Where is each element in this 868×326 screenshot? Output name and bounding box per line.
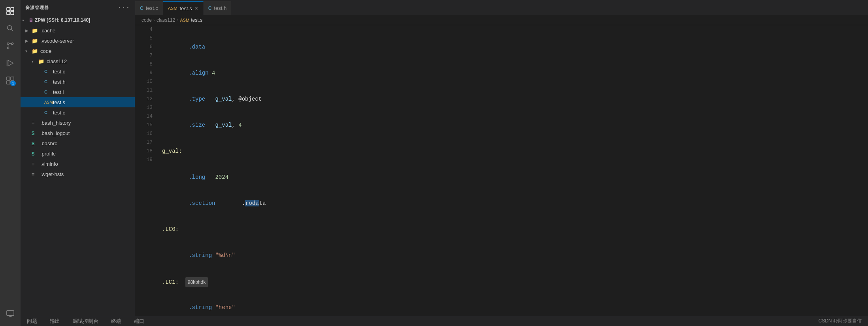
- profile-label: .profile: [40, 151, 135, 157]
- svg-line-5: [11, 29, 13, 31]
- c-file-icon-i: C: [44, 90, 51, 94]
- cache-icon: 📁: [32, 28, 39, 34]
- sidebar-item-test-s[interactable]: ASM test.s: [21, 97, 135, 107]
- sidebar-item-profile[interactable]: $ .profile: [21, 148, 135, 159]
- panel-tab-problems[interactable]: 问题: [21, 316, 43, 326]
- breadcrumb-file[interactable]: test.s: [191, 17, 202, 23]
- line-num-19: 19: [142, 156, 153, 164]
- tooltip-popup: 98kbhdk: [185, 277, 208, 287]
- code-icon: 📁: [32, 48, 39, 54]
- vscode-server-icon: 📁: [32, 38, 39, 44]
- c-file-icon-2: C: [44, 110, 51, 115]
- code-line-13: .LC1: 98kbhdk: [162, 277, 868, 286]
- status-right-text: CSDN @阿弥要自信: [818, 318, 868, 324]
- breadcrumb-class112[interactable]: class112: [157, 17, 175, 23]
- panel-tab-ports[interactable]: 端口: [128, 316, 151, 326]
- test-c-2-label: test.c: [53, 110, 135, 116]
- panel-tab-debug-console[interactable]: 调试控制台: [66, 316, 105, 326]
- activity-icon-run[interactable]: [2, 55, 18, 71]
- breadcrumb-sep-1: ›: [153, 17, 155, 23]
- code-arrow: ▾: [25, 49, 32, 53]
- bash-logout-label: .bash_logout: [40, 130, 135, 136]
- activity-icon-git[interactable]: [2, 38, 18, 54]
- svg-rect-2: [7, 11, 10, 15]
- test-s-label: test.s: [53, 99, 135, 105]
- sidebar-item-bashrc[interactable]: $ .bashrc: [21, 138, 135, 148]
- activity-icon-extensions[interactable]: 1: [2, 73, 18, 88]
- tab-asm-icon: ASM: [168, 6, 177, 11]
- line-num-16: 16: [142, 129, 153, 138]
- bottom-panel: 问题 输出 调试控制台 终端 端口 CSDN @阿弥要自信: [21, 316, 868, 326]
- line-num-18: 18: [142, 147, 153, 156]
- root-icon: 🖥: [28, 17, 33, 23]
- sidebar-item-cache[interactable]: ▶ 📁 .cache: [21, 25, 135, 36]
- activity-bar: 1: [0, 0, 21, 326]
- code-content[interactable]: .data .align 4 .type g_val, @object .siz…: [159, 25, 868, 316]
- sidebar-root[interactable]: ▾ 🖥 ZPW [SSH: 8.137.19.140]: [21, 15, 135, 25]
- line-num-13: 13: [142, 103, 153, 112]
- sidebar: 资源管理器 ··· ▾ 🖥 ZPW [SSH: 8.137.19.140] ▶ …: [21, 0, 135, 316]
- sidebar-title: 资源管理器: [25, 5, 49, 11]
- sidebar-item-wget-hsts[interactable]: ≡ .wget-hsts: [21, 169, 135, 179]
- bash-logout-icon: $: [32, 130, 39, 136]
- sidebar-item-code[interactable]: ▾ 📁 code: [21, 46, 135, 56]
- class112-icon: 📁: [38, 58, 45, 64]
- bashrc-icon: $: [32, 141, 39, 146]
- svg-point-4: [8, 26, 12, 30]
- line-num-14: 14: [142, 112, 153, 121]
- bash-history-icon: ≡: [32, 120, 39, 126]
- root-arrow: ▾: [22, 18, 28, 22]
- test-i-label: test.i: [53, 89, 135, 95]
- sidebar-item-bash-logout[interactable]: $ .bash_logout: [21, 128, 135, 138]
- sidebar-dots[interactable]: ···: [118, 4, 130, 11]
- svg-rect-1: [11, 7, 14, 11]
- tab-test-h[interactable]: C test.h: [204, 1, 232, 15]
- line-num-10: 10: [142, 77, 153, 86]
- code-line-12: .string "%d\n": [162, 251, 868, 260]
- sidebar-item-bash-history[interactable]: ≡ .bash_history: [21, 118, 135, 128]
- code-line-4: .data: [162, 43, 868, 51]
- wget-hsts-label: .wget-hsts: [40, 171, 135, 177]
- svg-rect-3: [11, 11, 14, 15]
- sidebar-item-vscode-server[interactable]: ▶ 📁 .vscode-server: [21, 36, 135, 46]
- breadcrumb-code[interactable]: code: [142, 17, 152, 23]
- breadcrumb-sep-2: ›: [177, 17, 178, 23]
- extensions-badge: 1: [10, 81, 16, 86]
- vscode-server-label: .vscode-server: [40, 38, 135, 44]
- svg-point-7: [11, 43, 13, 45]
- panel-tab-output[interactable]: 输出: [43, 316, 66, 326]
- wget-hsts-icon: ≡: [32, 171, 39, 177]
- code-line-14: .string "hehe": [162, 303, 868, 312]
- tab-test-s[interactable]: ASM test.s ✕: [163, 1, 204, 15]
- line-num-9: 9: [142, 69, 153, 77]
- bash-history-label: .bash_history: [40, 120, 135, 126]
- tab-test-c[interactable]: C test.c: [135, 1, 163, 15]
- svg-rect-15: [7, 311, 14, 316]
- svg-point-6: [7, 43, 9, 45]
- code-editor[interactable]: 4 5 6 7 8 9 10 11 12 13 14 15 16 17: [135, 25, 868, 316]
- panel-tab-terminal[interactable]: 终端: [105, 316, 128, 326]
- sidebar-item-test-i[interactable]: C test.i: [21, 87, 135, 97]
- activity-icon-remote[interactable]: [2, 305, 18, 321]
- c-file-icon-h: C: [44, 79, 51, 84]
- sidebar-item-test-c-2[interactable]: C test.c: [21, 107, 135, 118]
- c-file-icon-1: C: [44, 69, 51, 74]
- sidebar-item-class112[interactable]: ▾ 📁 class112: [21, 56, 135, 66]
- sidebar-tree: ▾ 🖥 ZPW [SSH: 8.137.19.140] ▶ 📁 .cache ▶…: [21, 15, 135, 316]
- editor-area: C test.c ASM test.s ✕ C test.h code: [135, 0, 868, 316]
- sidebar-item-viminfo[interactable]: ≡ .viminfo: [21, 159, 135, 169]
- activity-icon-explorer[interactable]: [2, 3, 18, 19]
- svg-rect-0: [7, 7, 10, 11]
- bashrc-label: .bashrc: [40, 141, 135, 146]
- tab-close-button[interactable]: ✕: [194, 6, 198, 11]
- svg-rect-12: [11, 77, 14, 80]
- line-num-6: 6: [142, 43, 153, 51]
- code-line-5: .align 4: [162, 69, 868, 77]
- code-line-7: .size g_val, 4: [162, 121, 868, 129]
- test-c-1-label: test.c: [53, 69, 135, 75]
- svg-rect-13: [7, 81, 10, 84]
- line-num-8: 8: [142, 60, 153, 69]
- sidebar-item-test-h[interactable]: C test.h: [21, 77, 135, 87]
- sidebar-item-test-c-1[interactable]: C test.c: [21, 66, 135, 77]
- activity-icon-search[interactable]: [2, 21, 18, 36]
